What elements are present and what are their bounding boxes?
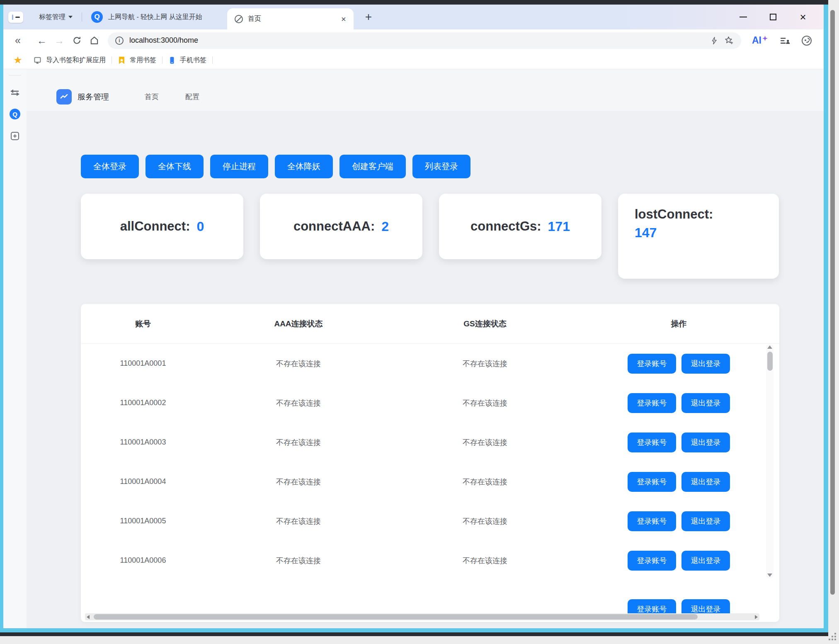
login-all-button[interactable]: 全体登录 — [81, 155, 139, 178]
stop-process-button[interactable]: 停止进程 — [210, 155, 268, 178]
refresh-button[interactable] — [68, 36, 85, 45]
divider — [212, 56, 213, 64]
login-account-button[interactable]: 登录账号 — [628, 511, 676, 531]
outer-page-scrollbar-thumb[interactable] — [830, 10, 835, 595]
close-icon: × — [800, 12, 806, 22]
bookmark-label: 手机书签 — [180, 56, 206, 65]
row-actions: 登录账号 退出登录 — [578, 393, 779, 413]
login-account-button[interactable]: 登录账号 — [628, 354, 676, 374]
url-text[interactable]: localhost:3000/home — [129, 36, 198, 45]
maximize-button[interactable] — [758, 9, 788, 25]
scroll-right-arrow-icon[interactable] — [755, 615, 758, 619]
favorites-star-icon[interactable]: ★ — [9, 54, 27, 66]
chevron-down-icon — [68, 16, 73, 18]
stat-label: lostConnect: — [635, 207, 713, 222]
logout-button[interactable]: 退出登录 — [681, 551, 730, 571]
transfer-panel-button[interactable] — [10, 88, 20, 97]
gs-status-cell: 不存在该连接 — [392, 556, 578, 566]
scroll-up-arrow-icon[interactable] — [767, 345, 772, 349]
sparkle-plus-icon — [762, 36, 768, 41]
add-panel-button[interactable] — [10, 131, 20, 141]
bulk-actions-row: 全体登录 全体下线 停止进程 全体降妖 创建客户端 列表登录 — [81, 155, 824, 178]
table-horizontal-scrollbar[interactable] — [85, 613, 759, 620]
logout-button[interactable]: 退出登录 — [681, 393, 730, 413]
import-bookmarks-icon — [33, 56, 42, 65]
table-vertical-scrollbar[interactable] — [766, 344, 774, 578]
login-account-button[interactable]: 登录账号 — [628, 433, 676, 452]
account-cell: 110001A0003 — [81, 438, 205, 447]
horizontal-scrollbar-thumb[interactable] — [94, 614, 698, 620]
login-account-button[interactable]: 登录账号 — [628, 551, 676, 571]
phone-icon — [168, 56, 176, 65]
table-row: 110001A0006 不存在该连接 不存在该连接 登录账号 退出登录 — [81, 541, 779, 580]
active-tab-title: 首页 — [248, 15, 261, 23]
tab-home-active[interactable]: 首页 × — [227, 8, 354, 29]
account-cell: 110001A0002 — [81, 399, 205, 407]
home-button[interactable] — [85, 36, 103, 45]
tab-panel-toggle-icon[interactable] — [8, 12, 23, 23]
logout-button[interactable]: 退出登录 — [681, 472, 730, 492]
app-nav-home[interactable]: 首页 — [145, 92, 159, 102]
vertical-scrollbar-thumb[interactable] — [767, 352, 773, 371]
tab-title: 上网导航 - 轻快上网 从这里开始 — [108, 13, 202, 22]
bookmark-label: 导入书签和扩展应用 — [46, 56, 106, 65]
create-client-button[interactable]: 创建客户端 — [339, 155, 406, 178]
scroll-down-arrow-icon[interactable] — [767, 574, 772, 577]
web-page: 服务管理 首页 配置 全体登录 全体下线 停止进程 全体降妖 创建客户端 列表登… — [27, 69, 824, 628]
stat-card-lost-connect: lostConnect: 147 — [618, 194, 779, 279]
transfer-arrows-icon — [10, 88, 20, 97]
tab-nav-portal[interactable]: Q 上网导航 - 轻快上网 从这里开始 — [91, 11, 202, 23]
login-account-button[interactable]: 登录账号 — [628, 472, 676, 492]
bookmark-import[interactable]: 导入书签和扩展应用 — [33, 56, 106, 65]
home-icon — [90, 36, 99, 45]
reading-list-button[interactable] — [779, 36, 791, 46]
aaa-status-cell: 不存在该连接 — [205, 556, 392, 566]
new-tab-button[interactable]: + — [365, 11, 372, 23]
minimize-icon — [740, 17, 747, 17]
app-brand[interactable]: 服务管理 — [56, 89, 109, 104]
stat-value: 0 — [197, 219, 204, 234]
tab-close-icon[interactable]: × — [341, 15, 346, 23]
toggle-bar-icon — [12, 15, 13, 20]
close-button[interactable]: × — [788, 9, 818, 25]
table-row: 110001A0003 不存在该连接 不存在该连接 登录账号 退出登录 — [81, 423, 779, 462]
column-header-actions: 操作 — [578, 318, 779, 329]
login-account-button[interactable]: 登录账号 — [628, 393, 676, 413]
demon-all-button[interactable]: 全体降妖 — [275, 155, 333, 178]
qq-app-button[interactable]: Q — [10, 109, 20, 119]
bookmark-folder-common[interactable]: 常用书签 — [118, 56, 156, 65]
main-area: Q 服务管理 首页 — [3, 69, 824, 628]
stat-label: allConnect: — [120, 219, 190, 234]
gs-status-cell: 不存在该连接 — [392, 398, 578, 408]
sidebar-collapse-icon[interactable]: « — [9, 34, 27, 46]
row-actions: 登录账号 退出登录 — [578, 551, 779, 571]
add-bookmark-button[interactable] — [724, 36, 734, 45]
address-bar[interactable]: i localhost:3000/home — [108, 32, 741, 49]
bookmarks-bar: ★ 导入书签和扩展应用 常用书签 手机书签 — [3, 51, 824, 69]
accounts-table: 账号 AAA连接状态 GS连接状态 操作 110001A0001 不存在该连接 … — [81, 304, 779, 622]
offline-all-button[interactable]: 全体下线 — [145, 155, 204, 178]
forward-button[interactable]: → — [51, 35, 68, 46]
bookmark-folder-mobile[interactable]: 手机书签 — [168, 56, 206, 65]
profile-button[interactable] — [801, 35, 812, 46]
aaa-status-cell: 不存在该连接 — [205, 398, 392, 408]
logout-button[interactable]: 退出登录 — [681, 511, 730, 531]
account-cell: 110001A0004 — [81, 477, 205, 486]
resize-grip-icon[interactable] — [834, 639, 836, 640]
list-login-button[interactable]: 列表登录 — [412, 155, 470, 178]
app-nav-config[interactable]: 配置 — [185, 92, 199, 102]
minimize-button[interactable] — [728, 9, 758, 25]
site-info-icon[interactable]: i — [115, 36, 124, 45]
ai-assistant-button[interactable]: AI — [752, 36, 768, 45]
maximize-icon — [770, 14, 776, 20]
bookmark-label: 常用书签 — [130, 56, 156, 65]
lightning-icon — [710, 36, 718, 45]
tab-manager-menu[interactable]: 标签管理 — [39, 13, 73, 22]
quick-actions-button[interactable] — [710, 36, 718, 45]
logout-button[interactable]: 退出登录 — [681, 354, 730, 374]
logout-button[interactable]: 退出登录 — [681, 433, 730, 452]
app-brand-label: 服务管理 — [78, 92, 109, 102]
scroll-left-arrow-icon[interactable] — [87, 615, 90, 619]
table-row: 110001A0002 不存在该连接 不存在该连接 登录账号 退出登录 — [81, 383, 779, 423]
back-button[interactable]: ← — [33, 35, 51, 46]
